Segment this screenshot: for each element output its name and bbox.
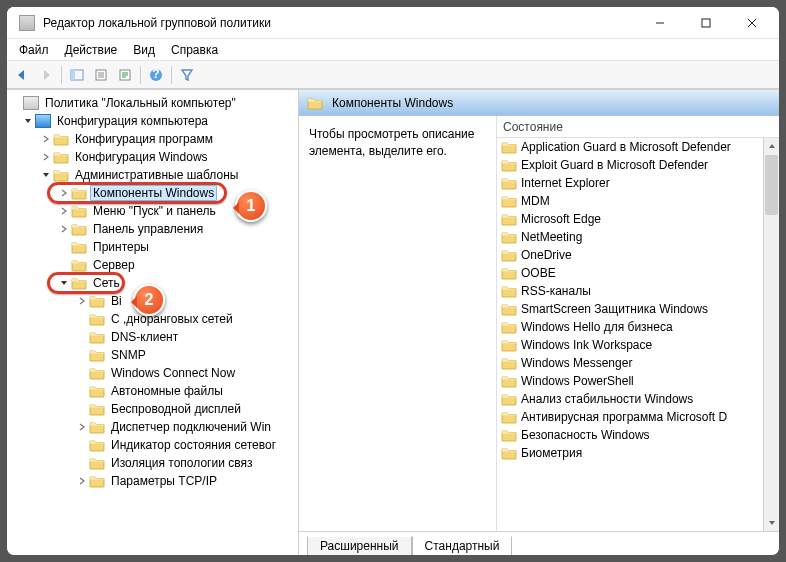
expand-icon[interactable] [57,186,71,200]
tree-item[interactable]: SNMP [108,347,149,363]
expand-icon[interactable] [75,474,89,488]
content-header: Компоненты Windows [299,90,779,116]
list-item[interactable]: Application Guard в Microsoft Defender [497,138,763,156]
expand-icon[interactable] [39,132,53,146]
list-item-label: Microsoft Edge [521,212,601,226]
content-title: Компоненты Windows [332,96,453,110]
tree-item[interactable]: Диспетчер подключений Win [108,419,274,435]
folder-icon [89,330,105,344]
list-item-label: Exploit Guard в Microsoft Defender [521,158,708,172]
back-button[interactable] [11,64,33,86]
folder-icon [89,366,105,380]
show-hide-tree-button[interactable] [66,64,88,86]
tree-item[interactable]: DNS-клиент [108,329,181,345]
folder-icon [89,312,105,326]
list-item[interactable]: Exploit Guard в Microsoft Defender [497,156,763,174]
filter-button[interactable] [176,64,198,86]
folder-icon [71,204,87,218]
list-item[interactable]: Windows Messenger [497,354,763,372]
tree-components-windows[interactable]: Компоненты Windows [90,185,217,201]
list-item-label: OneDrive [521,248,572,262]
expand-icon[interactable] [75,420,89,434]
folder-icon [501,374,517,388]
properties-button[interactable] [90,64,112,86]
list-item[interactable]: Антивирусная программа Microsoft D [497,408,763,426]
tree-item[interactable]: Меню "Пуск" и панель [90,203,219,219]
expand-icon[interactable] [57,204,71,218]
column-header-status[interactable]: Состояние [497,116,779,138]
list-item-label: Windows PowerShell [521,374,634,388]
list-item-label: Безопасность Windows [521,428,650,442]
tree-root[interactable]: Политика "Локальный компьютер" [42,95,239,111]
scroll-up-button[interactable] [764,138,779,154]
expand-icon[interactable] [21,114,35,128]
tree-item[interactable]: Конфигурация программ [72,131,216,147]
items-list[interactable]: Application Guard в Microsoft DefenderEx… [497,138,763,531]
folder-icon [501,212,517,226]
scrollbar[interactable] [763,138,779,531]
list-item[interactable]: RSS-каналы [497,282,763,300]
menu-file[interactable]: Файл [13,41,55,59]
list-item-label: Windows Hello для бизнеса [521,320,673,334]
expand-icon[interactable] [57,222,71,236]
tree-item[interactable]: Конфигурация Windows [72,149,211,165]
list-item[interactable]: OOBE [497,264,763,282]
list-item-label: Windows Ink Workspace [521,338,652,352]
expand-icon[interactable] [39,150,53,164]
forward-button[interactable] [35,64,57,86]
folder-icon [501,356,517,370]
tree-item[interactable]: Индикатор состояния сетевог [108,437,279,453]
expand-icon[interactable] [57,276,71,290]
tree-item[interactable]: С ,дноранговых сетей [108,311,236,327]
list-item[interactable]: Internet Explorer [497,174,763,192]
menu-action[interactable]: Действие [59,41,124,59]
list-item-label: Биометрия [521,446,582,460]
close-button[interactable] [729,8,775,38]
tab-standard[interactable]: Стандартный [412,536,513,555]
list-item[interactable]: Windows Ink Workspace [497,336,763,354]
list-item[interactable]: Windows PowerShell [497,372,763,390]
tree-item[interactable]: Bi [108,293,125,309]
menu-view[interactable]: Вид [127,41,161,59]
maximize-button[interactable] [683,8,729,38]
tree-pane[interactable]: Политика "Локальный компьютер" Конфигура… [7,90,299,555]
tree-item[interactable]: Панель управления [90,221,206,237]
menu-help[interactable]: Справка [165,41,224,59]
folder-icon [53,132,69,146]
titlebar[interactable]: Редактор локальной групповой политики [7,7,779,39]
tree-item[interactable]: Сервер [90,257,138,273]
minimize-button[interactable] [637,8,683,38]
list-item[interactable]: SmartScreen Защитника Windows [497,300,763,318]
list-item[interactable]: Анализ стабильности Windows [497,390,763,408]
folder-icon [501,194,517,208]
expand-icon[interactable] [75,294,89,308]
tree-admin-templates[interactable]: Административные шаблоны [72,167,241,183]
app-icon [19,15,35,31]
list-item[interactable]: OneDrive [497,246,763,264]
scroll-down-button[interactable] [764,515,779,531]
list-item-label: SmartScreen Защитника Windows [521,302,708,316]
list-item[interactable]: Microsoft Edge [497,210,763,228]
list-item-label: NetMeeting [521,230,582,244]
list-item[interactable]: Windows Hello для бизнеса [497,318,763,336]
list-item[interactable]: Биометрия [497,444,763,462]
folder-icon [501,446,517,460]
tab-extended[interactable]: Расширенный [307,536,412,555]
tree-computer-config[interactable]: Конфигурация компьютера [54,113,211,129]
list-item[interactable]: MDM [497,192,763,210]
export-button[interactable] [114,64,136,86]
expand-icon[interactable] [39,168,53,182]
folder-icon [71,186,87,200]
list-item[interactable]: NetMeeting [497,228,763,246]
tree-item[interactable]: Windows Connect Now [108,365,238,381]
folder-icon [501,320,517,334]
scroll-thumb[interactable] [765,155,778,215]
tree-network[interactable]: Сеть [90,275,123,291]
tree-item[interactable]: Автономные файлы [108,383,226,399]
list-item[interactable]: Безопасность Windows [497,426,763,444]
tree-item[interactable]: Принтеры [90,239,152,255]
tree-item[interactable]: Параметры TCP/IP [108,473,220,489]
tree-item[interactable]: Беспроводной дисплей [108,401,244,417]
tree-item[interactable]: Изоляция топологии связ [108,455,255,471]
help-button[interactable]: ? [145,64,167,86]
